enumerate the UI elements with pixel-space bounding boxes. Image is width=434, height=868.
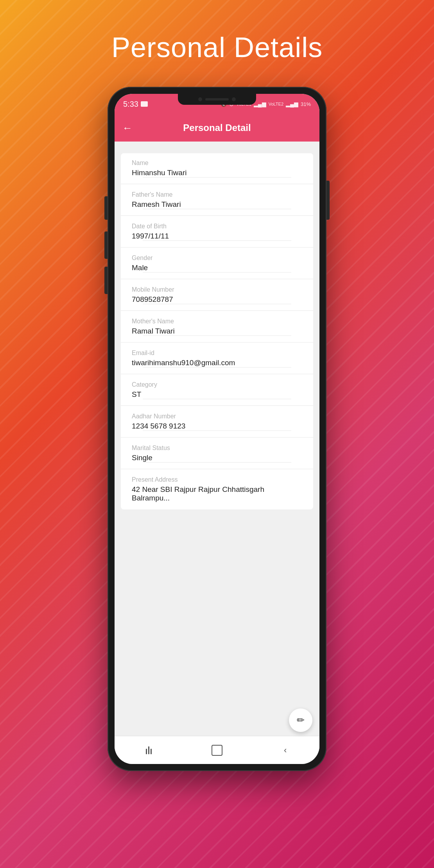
detail-value: Single <box>132 454 302 462</box>
lte2-label: VoLTE2 <box>269 102 283 106</box>
divider <box>143 462 291 463</box>
phone-frame: 5:33 🔇 ⊙ VoLTE1 ▂▄▆ VoLTE2 ▂▄▆ 31% ← Per… <box>108 87 326 771</box>
detail-value: ST <box>132 390 302 399</box>
sensor <box>232 97 236 101</box>
divider <box>143 430 291 431</box>
bar1 <box>146 749 147 754</box>
detail-value: Himanshu Tiwari <box>132 169 302 177</box>
detail-item: Mother's NameRamal Tiwari <box>121 312 313 343</box>
detail-value: Ramal Tiwari <box>132 327 302 335</box>
detail-label: Father's Name <box>132 191 302 198</box>
detail-label: Name <box>132 160 302 167</box>
detail-value: tiwarihimanshu910@gmail.com <box>132 359 302 367</box>
detail-item: Date of Birth1997/11/11 <box>121 217 313 247</box>
details-card: NameHimanshu TiwariFather's NameRamesh T… <box>121 153 313 509</box>
divider <box>143 177 291 178</box>
earpiece <box>205 98 229 100</box>
time-text: 5:33 <box>123 100 138 109</box>
photo-icon <box>141 101 148 107</box>
detail-item: Email-idtiwarihimanshu910@gmail.com <box>121 343 313 374</box>
divider <box>143 209 291 209</box>
detail-label: Date of Birth <box>132 223 302 230</box>
detail-item: Present Address42 Near SBI Rajpur Rajpur… <box>121 470 313 509</box>
edit-fab-button[interactable]: ✏ <box>289 708 312 732</box>
detail-label: Present Address <box>132 476 302 483</box>
detail-item: Father's NameRamesh Tiwari <box>121 185 313 216</box>
notch <box>178 94 256 105</box>
detail-item: Mobile Number7089528787 <box>121 280 313 311</box>
phone-screen: 5:33 🔇 ⊙ VoLTE1 ▂▄▆ VoLTE2 ▂▄▆ 31% ← Per… <box>115 94 319 764</box>
divider <box>143 304 291 304</box>
detail-item: GenderMale <box>121 248 313 279</box>
back-nav-button[interactable]: ‹ <box>278 742 293 758</box>
signal2-icon: ▂▄▆ <box>286 101 298 107</box>
detail-value: 1997/11/11 <box>132 232 302 240</box>
volume-down-button <box>104 267 108 294</box>
detail-label: Gender <box>132 255 302 262</box>
app-bar-title: Personal Detail <box>139 122 295 133</box>
battery-text: 31% <box>301 101 311 107</box>
home-button[interactable] <box>209 742 225 758</box>
volume-up-button <box>104 231 108 259</box>
status-time: 5:33 <box>123 100 148 109</box>
edit-icon: ✏ <box>297 715 305 726</box>
divider <box>143 272 291 273</box>
detail-value: 7089528787 <box>132 295 302 304</box>
detail-item: NameHimanshu Tiwari <box>121 153 313 184</box>
back-nav-icon: ‹ <box>284 745 287 755</box>
detail-label: Category <box>132 381 302 388</box>
detail-label: Marital Status <box>132 445 302 452</box>
divider <box>143 240 291 241</box>
detail-value: Ramesh Tiwari <box>132 200 302 209</box>
page-title: Personal Details <box>111 31 323 63</box>
detail-value: Male <box>132 264 302 272</box>
bar2 <box>148 746 149 754</box>
detail-label: Aadhar Number <box>132 413 302 420</box>
front-camera <box>198 97 202 101</box>
signal1-icon: ▂▄▆ <box>254 101 266 107</box>
bottom-navigation: ‹ <box>115 736 319 764</box>
divider <box>143 335 291 336</box>
detail-item: Marital StatusSingle <box>121 438 313 469</box>
bar3 <box>151 749 152 754</box>
detail-label: Email-id <box>132 350 302 357</box>
recent-apps-icon <box>146 746 152 754</box>
home-icon <box>212 745 222 756</box>
detail-value: 42 Near SBI Rajpur Rajpur Chhattisgarh B… <box>132 485 302 502</box>
back-button[interactable]: ← <box>122 122 133 134</box>
detail-label: Mother's Name <box>132 318 302 325</box>
divider <box>143 367 291 368</box>
app-bar: ← Personal Detail <box>115 114 319 142</box>
detail-value: 1234 5678 9123 <box>132 422 302 430</box>
content-area: NameHimanshu TiwariFather's NameRamesh T… <box>115 142 319 736</box>
recent-apps-button[interactable] <box>141 742 156 758</box>
detail-item: Aadhar Number1234 5678 9123 <box>121 407 313 438</box>
detail-item: CategoryST <box>121 375 313 406</box>
detail-label: Mobile Number <box>132 286 302 293</box>
divider <box>143 399 291 399</box>
